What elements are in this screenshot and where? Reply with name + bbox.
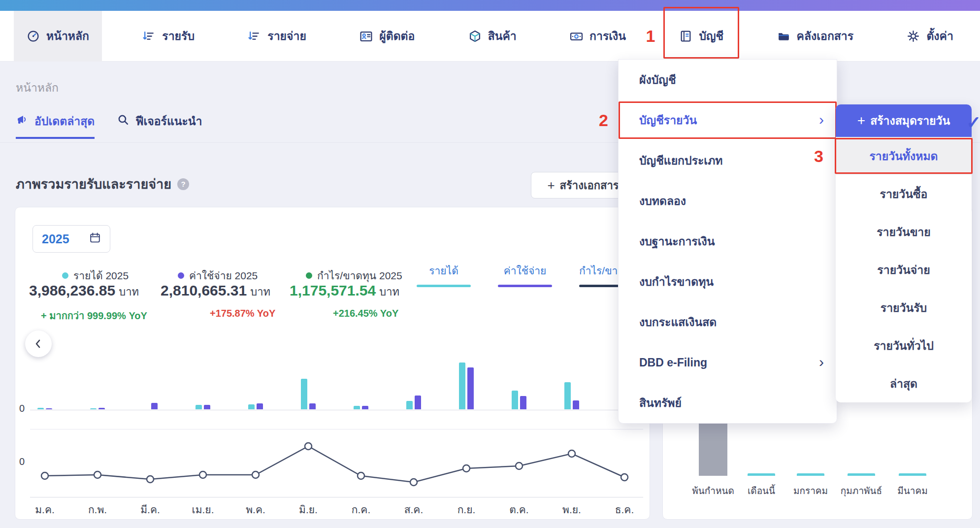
- breadcrumb: หน้าหลัก: [16, 79, 59, 97]
- bar: [848, 473, 875, 476]
- nav-item-home[interactable]: หน้าหลัก: [14, 11, 102, 62]
- search-icon: [117, 114, 130, 129]
- tab-label: ฟีเจอร์แนะนำ: [135, 112, 202, 130]
- bar: [512, 391, 518, 409]
- submenu-item-receipt-journal[interactable]: รายวันรับ: [836, 289, 972, 327]
- nav-item-contacts[interactable]: ผู้ติดต่อ: [347, 11, 427, 62]
- currency-unit: บาท: [379, 286, 399, 298]
- nav-item-expense[interactable]: รายจ่าย: [235, 11, 319, 62]
- menu-item-trial-balance[interactable]: งบทดลอง: [619, 181, 837, 221]
- accounting-dropdown-menu: ผังบัญชี บัญชีรายวัน › 2 บัญชีแยกประเภท …: [618, 59, 837, 424]
- submenu-item-sales-journal[interactable]: รายวันขาย: [836, 213, 972, 251]
- bar: [459, 363, 465, 409]
- expense-dot: [178, 272, 184, 279]
- menu-item-label: งบกระแสเงินสด: [639, 313, 717, 331]
- bar: [301, 379, 307, 409]
- bar: [467, 367, 474, 409]
- chevron-right-icon: ›: [819, 354, 824, 370]
- create-journal-label: สร้างสมุดรายวัน: [870, 112, 950, 130]
- main-nav: หน้าหลัก รายรับ รายจ่าย ผู้ติดต่อ สินค้า: [0, 11, 980, 62]
- help-icon[interactable]: ?: [177, 178, 189, 190]
- menu-item-label: บัญชีแยกประเภท: [639, 152, 723, 169]
- bar: [37, 408, 44, 409]
- menu-item-label: งบกำไรขาดทุน: [639, 273, 714, 291]
- bar: [354, 406, 360, 409]
- legend-expense: ค่าใช้จ่าย 2025: [178, 267, 258, 284]
- bar: [309, 403, 316, 409]
- tab-latest-updates[interactable]: อัปเดตล่าสุด: [16, 112, 95, 139]
- legend-income: รายได้ 2025: [62, 267, 129, 284]
- submenu-item-all-journals[interactable]: รายวันทั้งหมด 3: [836, 137, 972, 175]
- submenu-item-latest[interactable]: ล่าสุด: [836, 364, 972, 402]
- mini-month-label: กุมภาพันธ์: [832, 483, 891, 498]
- line-axis-line: [30, 497, 643, 497]
- nav-label: การเงิน: [589, 27, 626, 45]
- nav-label: ตั้งค่า: [926, 27, 953, 45]
- expense-sort-icon: [248, 30, 261, 43]
- menu-item-assets[interactable]: สินทรัพย์: [619, 383, 837, 423]
- nav-item-documents[interactable]: คลังเอกสาร: [764, 11, 867, 62]
- menu-item-label: งบทดลอง: [639, 192, 686, 210]
- month-label: พ.ย.: [552, 501, 591, 518]
- overview-section-title: ภาพรวมรายรับและรายจ่าย ?: [16, 173, 189, 195]
- create-journal-button[interactable]: + สร้างสมุดรายวัน: [836, 104, 972, 137]
- nav-item-accounting[interactable]: บัญชี 1: [666, 11, 736, 62]
- expense-amount: 2,810,665.31: [161, 282, 247, 298]
- month-label: ธ.ค.: [605, 501, 644, 518]
- nav-item-finance[interactable]: การเงิน: [557, 11, 639, 62]
- profit-line-svg: [15, 419, 651, 503]
- menu-item-label: บัญชีรายวัน: [639, 111, 697, 129]
- bar: [748, 473, 775, 476]
- tab-label: อัปเดตล่าสุด: [34, 112, 95, 130]
- series-tab-expense[interactable]: ค่าใช้จ่าย: [498, 263, 552, 287]
- income-dot: [62, 272, 68, 279]
- chevron-left-icon: [32, 337, 45, 351]
- top-gradient-strip: [0, 0, 980, 11]
- bar: [151, 403, 158, 409]
- month-label: ต.ค.: [499, 501, 539, 518]
- plus-icon: +: [857, 113, 865, 129]
- chart-prev-button[interactable]: [25, 330, 52, 357]
- bar: [899, 473, 926, 476]
- annotation-step-1: 1: [646, 27, 655, 46]
- month-label: ก.พ.: [78, 501, 117, 518]
- check-icon: ✓: [966, 112, 980, 133]
- bar: [573, 400, 579, 409]
- nav-label: ผู้ติดต่อ: [379, 27, 415, 45]
- menu-item-dbd-efiling[interactable]: DBD e-Filing ›: [619, 342, 837, 383]
- menu-item-label: สินทรัพย์: [639, 394, 682, 412]
- menu-item-chart-of-accounts[interactable]: ผังบัญชี: [619, 60, 837, 100]
- accounting-book-icon: [679, 30, 692, 43]
- menu-item-financial-position[interactable]: งบฐานะการเงิน: [619, 221, 837, 262]
- series-tab-income[interactable]: รายได้: [417, 263, 471, 287]
- bar: [204, 405, 210, 409]
- menu-item-daily-journal[interactable]: บัญชีรายวัน › 2: [619, 100, 837, 140]
- nav-label: คลังเอกสาร: [797, 27, 854, 45]
- menu-item-cash-flow[interactable]: งบกระแสเงินสด: [619, 302, 837, 342]
- menu-item-general-ledger[interactable]: บัญชีแยกประเภท: [619, 140, 837, 181]
- series-tab-label: ค่าใช้จ่าย: [504, 265, 547, 276]
- tab-recommended-features[interactable]: ฟีเจอร์แนะนำ: [117, 112, 202, 139]
- submenu-item-payment-journal[interactable]: รายวันจ่าย: [836, 251, 972, 289]
- legend-profit: กำไร/ขาดทุน 2025: [306, 267, 402, 284]
- income-sort-icon: [142, 30, 156, 43]
- submenu-item-label: รายวันซื้อ: [880, 185, 928, 203]
- bar: [797, 473, 824, 476]
- nav-item-products[interactable]: สินค้า: [456, 11, 529, 62]
- expense-value: 2,810,665.31บาท: [161, 282, 270, 300]
- nav-item-income[interactable]: รายรับ: [130, 11, 207, 62]
- nav-item-settings[interactable]: ตั้งค่า: [894, 11, 966, 62]
- plus-icon: +: [547, 178, 555, 193]
- submenu-item-label: รายวันทั่วไป: [874, 337, 934, 355]
- section-title-text: ภาพรวมรายรับและรายจ่าย: [16, 173, 171, 195]
- submenu-item-purchase-journal[interactable]: รายวันซื้อ: [836, 175, 972, 213]
- bar: [46, 408, 52, 409]
- submenu-item-label: รายวันขาย: [877, 223, 931, 241]
- submenu-item-general-journal[interactable]: รายวันทั่วไป: [836, 327, 972, 364]
- annotation-step-3: 3: [814, 146, 823, 165]
- profit-value: 1,175,571.54บาท: [290, 282, 399, 300]
- nav-label: บัญชี: [699, 27, 723, 45]
- menu-item-profit-loss[interactable]: งบกำไรขาดทุน: [619, 262, 837, 302]
- bar: [415, 396, 421, 409]
- year-selector[interactable]: 2025: [33, 225, 110, 253]
